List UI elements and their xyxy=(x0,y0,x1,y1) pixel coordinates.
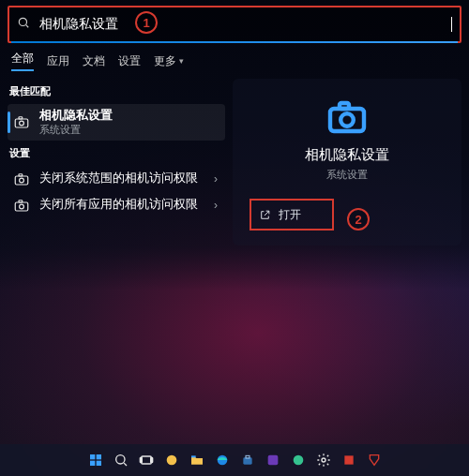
camera-icon xyxy=(13,113,30,130)
svg-point-30 xyxy=(322,458,325,462)
search-box[interactable] xyxy=(8,6,461,43)
edge-icon[interactable] xyxy=(213,451,232,469)
svg-rect-27 xyxy=(246,455,250,458)
svg-rect-16 xyxy=(90,461,95,466)
results-content: 最佳匹配 相机隐私设置 系统设置 设置 关闭系统 xyxy=(8,79,461,245)
result-text: 相机隐私设置 系统设置 xyxy=(39,109,219,136)
desktop-background: 1 全部 应用 文档 设置 更多▾ 最佳匹配 相机隐私设置 系统设置 xyxy=(0,0,469,476)
taskbar-app-4[interactable] xyxy=(340,451,358,469)
svg-rect-20 xyxy=(141,456,151,464)
tab-label: 设置 xyxy=(118,53,141,69)
task-view-icon[interactable] xyxy=(137,451,156,469)
start-icon[interactable] xyxy=(86,451,105,469)
taskbar-app-5[interactable] xyxy=(365,451,384,469)
section-best-match: 最佳匹配 xyxy=(9,84,225,98)
chevron-down-icon: ▾ xyxy=(179,56,184,66)
svg-point-0 xyxy=(19,18,26,25)
svg-rect-4 xyxy=(19,117,23,119)
tab-all[interactable]: 全部 xyxy=(11,51,34,71)
taskbar-app-1[interactable] xyxy=(162,451,181,469)
svg-rect-24 xyxy=(191,455,196,457)
text-caret xyxy=(451,17,452,32)
svg-rect-15 xyxy=(96,454,100,459)
svg-rect-8 xyxy=(15,202,28,211)
svg-rect-5 xyxy=(15,176,28,185)
result-text: 关闭所有应用的相机访问权限 xyxy=(39,198,203,213)
chevron-right-icon[interactable]: › xyxy=(212,172,219,186)
result-title: 关闭所有应用的相机访问权限 xyxy=(39,198,203,213)
result-title: 关闭系统范围的相机访问权限 xyxy=(39,171,203,186)
result-disable-all-apps-camera-access[interactable]: 关闭所有应用的相机访问权限 › xyxy=(8,192,225,218)
svg-point-29 xyxy=(293,455,303,466)
tab-more[interactable]: 更多▾ xyxy=(154,53,184,69)
taskbar[interactable] xyxy=(0,444,469,476)
open-button[interactable]: 打开 xyxy=(250,199,334,231)
start-search-panel: 1 全部 应用 文档 设置 更多▾ 最佳匹配 相机隐私设置 系统设置 xyxy=(0,0,469,290)
tab-settings[interactable]: 设置 xyxy=(118,53,141,69)
svg-rect-28 xyxy=(267,455,278,466)
preview-title: 相机隐私设置 xyxy=(240,146,454,164)
taskbar-app-2[interactable] xyxy=(264,451,282,469)
annotation-step-2: 2 xyxy=(347,208,370,231)
search-icon xyxy=(17,16,30,33)
svg-rect-31 xyxy=(344,455,353,464)
search-input[interactable] xyxy=(38,16,453,33)
preview-pane: 相机隐私设置 系统设置 打开 2 xyxy=(233,79,461,245)
svg-rect-2 xyxy=(15,119,28,127)
svg-point-18 xyxy=(115,455,124,464)
tab-apps[interactable]: 应用 xyxy=(47,53,69,69)
search-taskbar-icon[interactable] xyxy=(112,451,130,469)
result-tabs: 全部 应用 文档 设置 更多▾ xyxy=(8,43,461,75)
settings-taskbar-icon[interactable] xyxy=(314,451,333,469)
tab-label: 全部 xyxy=(11,51,34,67)
svg-rect-10 xyxy=(19,201,23,202)
svg-point-23 xyxy=(166,455,176,466)
svg-point-12 xyxy=(340,113,354,126)
result-text: 关闭系统范围的相机访问权限 xyxy=(39,171,203,186)
results-list: 最佳匹配 相机隐私设置 系统设置 设置 关闭系统 xyxy=(8,79,225,245)
section-settings: 设置 xyxy=(9,146,225,160)
store-icon[interactable] xyxy=(238,451,257,469)
tab-label: 文档 xyxy=(83,53,105,69)
svg-rect-7 xyxy=(19,174,23,176)
svg-rect-14 xyxy=(90,454,95,459)
search-focus-underline xyxy=(11,41,458,43)
result-disable-system-camera-access[interactable]: 关闭系统范围的相机访问权限 › xyxy=(8,166,225,192)
camera-icon xyxy=(13,171,30,187)
svg-line-1 xyxy=(26,25,29,28)
open-label: 打开 xyxy=(279,207,301,223)
open-external-icon xyxy=(259,209,271,221)
svg-rect-17 xyxy=(96,461,100,466)
result-camera-privacy-settings[interactable]: 相机隐私设置 系统设置 xyxy=(8,104,225,141)
tab-label: 应用 xyxy=(47,53,69,69)
camera-icon xyxy=(13,197,30,214)
svg-point-3 xyxy=(20,122,24,126)
result-title: 相机隐私设置 xyxy=(39,109,219,124)
preview-subtitle: 系统设置 xyxy=(240,168,454,182)
svg-rect-13 xyxy=(340,103,349,109)
tab-label: 更多 xyxy=(154,53,176,69)
chevron-right-icon[interactable]: › xyxy=(212,199,219,212)
svg-line-19 xyxy=(124,463,127,466)
camera-icon-large xyxy=(325,94,370,139)
taskbar-app-3[interactable] xyxy=(289,451,308,469)
svg-point-6 xyxy=(20,178,24,183)
tab-documents[interactable]: 文档 xyxy=(83,53,105,69)
result-subtitle: 系统设置 xyxy=(39,124,219,136)
annotation-step-1: 1 xyxy=(135,11,158,34)
svg-point-9 xyxy=(20,204,24,209)
file-explorer-icon[interactable] xyxy=(188,451,206,469)
